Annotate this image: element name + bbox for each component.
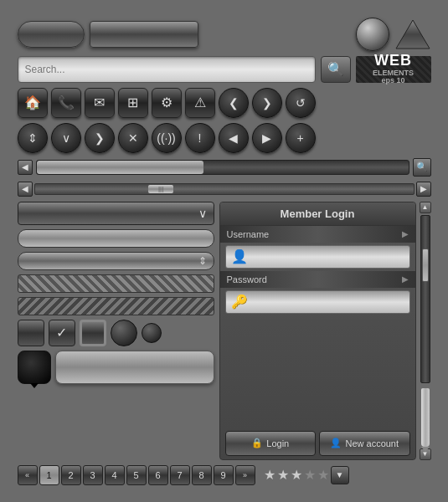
page-btn-7[interactable]: 7 — [170, 465, 190, 485]
rect-button-1[interactable] — [90, 21, 198, 48]
main-container: 🔍 WEB ELEMENTS eps 10 🏠 📞 ✉ ⊞ ⚙ ⚠ ❮ ❯ ↺ … — [11, 11, 438, 492]
icon-btn-refresh[interactable]: ↺ — [286, 88, 316, 118]
icon-btn-settings[interactable]: ⚙ — [152, 88, 182, 118]
search-bar — [18, 56, 316, 83]
page-btn-8[interactable]: 8 — [192, 465, 212, 485]
icon-btn-warning[interactable]: ⚠ — [185, 88, 215, 118]
page-btn-5[interactable]: 5 — [126, 465, 147, 485]
icon-btn-right-tri[interactable]: ▶ — [252, 123, 282, 153]
page-btn-6[interactable]: 6 — [148, 465, 168, 485]
progress-track — [36, 160, 409, 175]
v-scroll-track[interactable] — [420, 215, 430, 383]
progress-fill — [37, 161, 204, 174]
page-btn-4[interactable]: 4 — [105, 465, 125, 485]
icon-btn-home[interactable]: 🏠 — [18, 88, 48, 118]
icon-btn-prev[interactable]: ❮ — [219, 88, 249, 118]
metal-button[interactable] — [55, 351, 214, 384]
progress-row: ◀ 🔍 — [18, 158, 431, 177]
button-row — [18, 18, 431, 51]
login-button[interactable]: 🔒 Login — [225, 431, 317, 456]
icon-row-1: 🏠 📞 ✉ ⊞ ⚙ ⚠ ❮ ❯ ↺ — [18, 88, 431, 118]
stripe-bar-1 — [18, 274, 214, 293]
updown-bar[interactable]: ⇕ — [18, 252, 214, 270]
password-label: Password — [220, 271, 415, 288]
svg-marker-0 — [396, 20, 430, 49]
scroll-left-btn[interactable]: ◀ — [18, 160, 33, 175]
mini-btn-sq-inner[interactable] — [80, 320, 106, 346]
mini-circle-sm[interactable] — [142, 323, 162, 343]
circle-button[interactable] — [356, 18, 389, 51]
stripe-bar-2 — [18, 297, 214, 315]
web-title: WEB — [374, 53, 412, 69]
slider-bar[interactable] — [18, 229, 214, 248]
web-label: WEB ELEMENTS eps 10 — [356, 56, 431, 83]
username-icon: 👤 — [231, 248, 248, 264]
pagination-row: « 1 2 3 4 5 6 7 8 9 » ★ ★ ★ ★ ★ ▼ — [18, 465, 431, 485]
lock-icon: 🔒 — [251, 438, 263, 448]
page-first-btn[interactable]: « — [18, 465, 38, 485]
icon-btn-network[interactable]: ⊞ — [118, 88, 148, 118]
star-2[interactable]: ★ — [277, 467, 289, 483]
search-input[interactable] — [25, 64, 308, 75]
right-section: Member Login Username 👤 Password 🔑 🔒 Log… — [219, 202, 431, 460]
icon-btn-down[interactable]: ∨ — [51, 123, 81, 153]
new-account-label: New account — [345, 438, 399, 448]
page-btn-3[interactable]: 3 — [83, 465, 103, 485]
pill-button-1[interactable] — [18, 21, 85, 48]
triangle-button[interactable] — [394, 18, 431, 50]
page-btn-2[interactable]: 2 — [61, 465, 81, 485]
search-row: 🔍 WEB ELEMENTS eps 10 — [18, 56, 431, 83]
login-buttons: 🔒 Login 👤 New account — [220, 428, 415, 459]
main-content-row: ∨ ⇕ Member Login Username — [18, 202, 431, 460]
icon-btn-updown[interactable]: ⇕ — [18, 123, 48, 153]
page-last-btn[interactable]: » — [235, 465, 255, 485]
login-panel: Member Login Username 👤 Password 🔑 🔒 Log… — [219, 202, 416, 460]
v-scroll-up[interactable]: ▲ — [420, 202, 431, 213]
icon-btn-plus[interactable]: + — [286, 123, 316, 153]
star-5[interactable]: ★ — [317, 467, 329, 483]
dropdown-bar[interactable]: ∨ — [18, 202, 214, 225]
scrollbar-track[interactable]: ||| — [34, 183, 415, 195]
icon-btn-wifi[interactable]: ((·)) — [152, 123, 182, 153]
v-scrollbar: ▲ ▼ — [420, 202, 431, 460]
scrollbar-right[interactable]: ▶ — [416, 182, 431, 197]
username-input-display[interactable]: 👤 — [225, 245, 410, 269]
v-scroll-thumb[interactable] — [422, 248, 429, 282]
pen-icon — [421, 388, 430, 447]
password-input-display[interactable]: 🔑 — [225, 290, 410, 314]
star-1[interactable]: ★ — [264, 467, 275, 483]
mini-circle-1[interactable] — [111, 320, 137, 346]
icon-row-2: ⇕ ∨ ❯ ✕ ((·)) ! ◀ ▶ + — [18, 123, 431, 153]
bottom-controls — [18, 351, 214, 384]
new-account-icon: 👤 — [330, 438, 342, 448]
icon-btn-left-tri[interactable]: ◀ — [219, 123, 249, 153]
mini-btn-sq-1[interactable] — [18, 320, 44, 346]
icon-btn-info[interactable]: ! — [185, 123, 215, 153]
tooltip-button[interactable] — [18, 351, 51, 384]
mini-btn-sq-checked[interactable] — [49, 320, 75, 346]
scrollbar-row: ◀ ||| ▶ — [18, 182, 431, 197]
track-search-icon[interactable]: 🔍 — [413, 158, 431, 177]
login-title: Member Login — [220, 202, 415, 226]
icon-btn-phone[interactable]: 📞 — [51, 88, 81, 118]
page-btn-1[interactable]: 1 — [39, 465, 59, 485]
scrollbar-left[interactable]: ◀ — [18, 182, 33, 197]
icon-btn-right[interactable]: ❯ — [85, 123, 115, 153]
icon-btn-next[interactable]: ❯ — [252, 88, 282, 118]
left-panel: ∨ ⇕ — [18, 202, 214, 460]
password-icon: 🔑 — [231, 294, 248, 310]
controls-row — [18, 320, 214, 346]
star-4[interactable]: ★ — [304, 467, 316, 483]
username-label: Username — [220, 226, 415, 243]
star-rating: ★ ★ ★ ★ ★ — [264, 467, 329, 483]
new-account-button[interactable]: 👤 New account — [319, 431, 410, 456]
icon-btn-mail[interactable]: ✉ — [85, 88, 115, 118]
login-button-label: Login — [266, 438, 289, 448]
web-version: eps 10 — [381, 77, 404, 85]
page-btn-9[interactable]: 9 — [214, 465, 234, 485]
page-down-btn[interactable]: ▼ — [331, 466, 349, 484]
search-button[interactable]: 🔍 — [321, 56, 351, 83]
icon-btn-close[interactable]: ✕ — [118, 123, 148, 153]
scrollbar-thumb[interactable]: ||| — [148, 185, 173, 193]
star-3[interactable]: ★ — [291, 467, 302, 483]
